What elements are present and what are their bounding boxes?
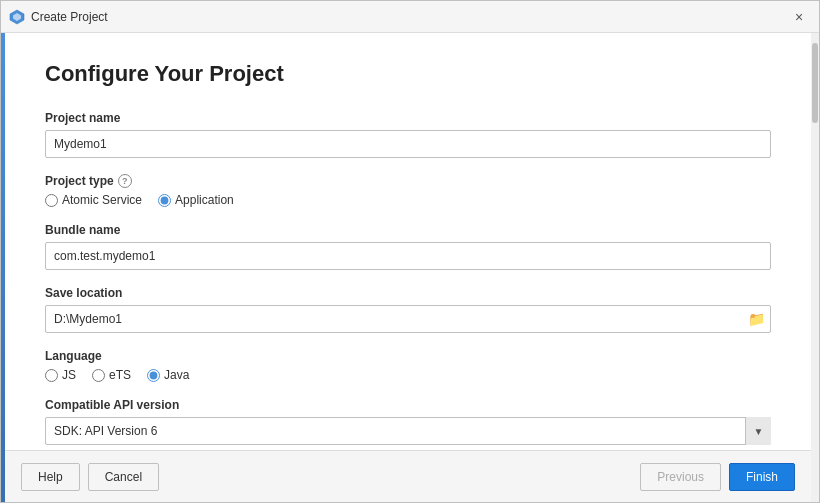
radio-java[interactable]: Java	[147, 368, 189, 382]
language-radio-group: JS eTS Java	[45, 368, 771, 382]
finish-button[interactable]: Finish	[729, 463, 795, 491]
radio-application-input[interactable]	[158, 194, 171, 207]
window-title: Create Project	[31, 10, 108, 24]
folder-icon[interactable]: 📁	[748, 311, 765, 327]
radio-js-input[interactable]	[45, 369, 58, 382]
compatible-api-group: Compatible API version SDK: API Version …	[45, 398, 771, 445]
titlebar: Create Project ×	[1, 1, 819, 33]
close-button[interactable]: ×	[787, 5, 811, 29]
save-location-input-wrapper: 📁	[45, 305, 771, 333]
app-icon	[9, 9, 25, 25]
bundle-name-group: Bundle name	[45, 223, 771, 270]
project-type-group: Project type ? Atomic Service Applicatio…	[45, 174, 771, 207]
radio-js-label: JS	[62, 368, 76, 382]
radio-application[interactable]: Application	[158, 193, 234, 207]
footer: Help Cancel Previous Finish	[5, 450, 811, 502]
form-area: Configure Your Project Project name Proj…	[5, 33, 811, 450]
save-location-label: Save location	[45, 286, 771, 300]
language-label: Language	[45, 349, 771, 363]
radio-js[interactable]: JS	[45, 368, 76, 382]
previous-button[interactable]: Previous	[640, 463, 721, 491]
bundle-name-input[interactable]	[45, 242, 771, 270]
project-name-input[interactable]	[45, 130, 771, 158]
save-location-input[interactable]	[45, 305, 771, 333]
project-type-label: Project type ?	[45, 174, 771, 188]
titlebar-left: Create Project	[9, 9, 108, 25]
bundle-name-label: Bundle name	[45, 223, 771, 237]
project-name-label: Project name	[45, 111, 771, 125]
scrollbar-thumb[interactable]	[812, 43, 818, 123]
content-area: Configure Your Project Project name Proj…	[1, 33, 819, 502]
create-project-window: Create Project × Configure Your Project …	[0, 0, 820, 503]
footer-right: Previous Finish	[640, 463, 795, 491]
radio-atomic-service-input[interactable]	[45, 194, 58, 207]
radio-application-label: Application	[175, 193, 234, 207]
compatible-api-label: Compatible API version	[45, 398, 771, 412]
compatible-api-select-wrapper: SDK: API Version 6 SDK: API Version 7 SD…	[45, 417, 771, 445]
project-type-help-icon[interactable]: ?	[118, 174, 132, 188]
help-button[interactable]: Help	[21, 463, 80, 491]
radio-ets-input[interactable]	[92, 369, 105, 382]
radio-ets-label: eTS	[109, 368, 131, 382]
radio-atomic-service[interactable]: Atomic Service	[45, 193, 142, 207]
radio-atomic-service-label: Atomic Service	[62, 193, 142, 207]
radio-java-label: Java	[164, 368, 189, 382]
scrollbar-track	[811, 33, 819, 502]
save-location-group: Save location 📁	[45, 286, 771, 333]
project-type-radio-group: Atomic Service Application	[45, 193, 771, 207]
radio-ets[interactable]: eTS	[92, 368, 131, 382]
main-content: Configure Your Project Project name Proj…	[5, 33, 811, 502]
project-name-group: Project name	[45, 111, 771, 158]
language-group: Language JS eTS Java	[45, 349, 771, 382]
page-title: Configure Your Project	[45, 61, 771, 87]
compatible-api-select[interactable]: SDK: API Version 6 SDK: API Version 7 SD…	[45, 417, 771, 445]
footer-left: Help Cancel	[21, 463, 159, 491]
cancel-button[interactable]: Cancel	[88, 463, 159, 491]
radio-java-input[interactable]	[147, 369, 160, 382]
